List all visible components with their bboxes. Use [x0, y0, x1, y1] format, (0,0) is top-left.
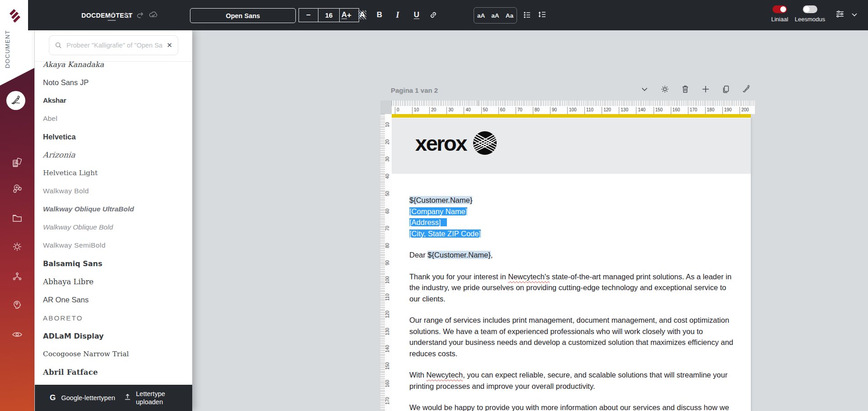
collapse-chevron-icon[interactable] — [640, 83, 650, 96]
font-list-item[interactable]: Walkway Oblique UltraBold — [35, 200, 192, 218]
h-ruler-number: 20 — [429, 107, 436, 114]
capitalize-button[interactable]: aA — [491, 12, 499, 19]
bullet-list-icon[interactable] — [520, 6, 535, 24]
v-ruler-number: 140 — [385, 344, 390, 354]
uppercase-button[interactable]: aA — [477, 12, 485, 19]
upload-font-link[interactable]: Lettertype uploaden — [136, 390, 166, 406]
xerox-sphere-icon — [472, 130, 498, 156]
highlight-color-button[interactable]: A — [354, 6, 370, 24]
font-list-item[interactable]: Helvetica Light — [35, 164, 192, 182]
edit-title-icon[interactable] — [104, 6, 119, 24]
font-list-item[interactable]: Noto Sans JP — [35, 73, 192, 91]
font-list-item[interactable]: Akshar — [35, 91, 192, 110]
sidebar-item-colors[interactable] — [11, 157, 23, 168]
v-ruler-number: 10 — [385, 120, 390, 129]
h-ruler-number: 110 — [584, 107, 593, 114]
page-design-icon[interactable] — [741, 83, 751, 96]
add-page-plus-icon[interactable] — [701, 83, 711, 96]
font-search-box: ✕ — [49, 35, 178, 55]
letter-text: Thank you for your interest in — [409, 272, 508, 281]
page-settings-gear-icon[interactable] — [660, 83, 670, 96]
search-icon — [55, 42, 62, 49]
ruler-toggle-switch[interactable] — [773, 5, 787, 13]
xerox-logo: xerox — [415, 130, 498, 156]
letter-paragraph[interactable]: Our range of services includes print man… — [409, 315, 736, 359]
google-fonts-icon: G — [50, 393, 56, 402]
sidebar-item-design[interactable] — [6, 91, 25, 110]
link-icon[interactable] — [426, 6, 441, 24]
sidebar-item-smart-content[interactable] — [11, 298, 23, 310]
underline-button[interactable]: U — [408, 6, 425, 24]
v-ruler-number: 150 — [385, 362, 390, 371]
font-list-item[interactable]: Walkway SemiBold — [35, 236, 192, 254]
bold-button[interactable]: B — [371, 6, 388, 24]
h-ruler-number: 80 — [533, 107, 540, 114]
font-list-item[interactable]: Helvetica — [35, 128, 192, 146]
h-ruler-number: 180 — [705, 107, 715, 114]
sidebar-item-folder[interactable] — [11, 212, 23, 224]
h-ruler-number: 200 — [740, 107, 749, 114]
app-logo[interactable] — [0, 0, 28, 30]
sidebar-item-preview[interactable] — [11, 329, 23, 340]
top-toolbar: DOCDEMOTEST Open Sans − 16 + — [28, 0, 868, 30]
horizontal-ruler[interactable]: 0102030405060708090100110120130140150160… — [392, 100, 755, 114]
font-list-item[interactable]: Cocogoose Narrow Trial — [35, 345, 192, 363]
misspelled-word: Newcytech — [427, 371, 463, 379]
v-ruler-number: 170 — [385, 396, 390, 405]
view-settings-sliders-icon[interactable] — [832, 5, 848, 23]
sidebar-item-integrations[interactable] — [11, 270, 23, 282]
italic-button[interactable]: I — [389, 6, 406, 24]
toolbar-chevron-down-icon[interactable] — [847, 6, 862, 23]
readmode-toggle-switch[interactable] — [803, 5, 817, 13]
letter-paragraph[interactable]: Thank you for your interest in Newcytech… — [409, 271, 736, 305]
eye-icon — [11, 329, 23, 340]
v-ruler-number: 160 — [385, 379, 390, 388]
font-list-item[interactable]: Arizonia — [34, 146, 193, 164]
google-fonts-link[interactable]: Google-lettertypen — [61, 394, 115, 401]
idea-head-icon — [11, 298, 23, 310]
top-margin-indicator[interactable] — [392, 114, 751, 118]
ruler-toggle-label: Liniaal — [771, 16, 788, 23]
delete-page-trash-icon[interactable] — [680, 83, 690, 96]
vertical-ruler[interactable]: 1020304050607080901001101201301401501601… — [380, 114, 392, 411]
brand-logo-icon — [5, 6, 23, 24]
template-variable: ${Customer.Name} — [409, 196, 472, 204]
font-family-selector[interactable]: Open Sans — [190, 8, 296, 23]
font-list-item[interactable]: Walkway Oblique Bold — [35, 218, 192, 236]
sidebar-item-molecule[interactable] — [11, 183, 23, 195]
sidebar-item-settings[interactable] — [11, 241, 23, 253]
letter-paragraph[interactable]: ${Customer.Name}[Company Name][Address] … — [409, 195, 736, 239]
app-root: DOCDEMOTEST Open Sans − 16 + — [0, 0, 868, 411]
letter-text: With — [409, 371, 427, 379]
font-list-item[interactable]: ADLaM Display — [35, 327, 192, 345]
letter-text: , — [491, 251, 493, 259]
v-ruler-number: 50 — [385, 189, 390, 198]
line-spacing-icon[interactable] — [535, 6, 550, 24]
letter-paragraph[interactable]: With Newcytech, you can expect reliable,… — [409, 369, 736, 392]
ruler-toggle[interactable]: Liniaal — [771, 5, 788, 23]
font-list-item[interactable]: Akaya Kanadaka — [35, 55, 192, 73]
h-ruler-number: 50 — [481, 107, 488, 114]
font-list-item[interactable]: Abril Fatface — [35, 363, 192, 381]
font-size-decrease-button[interactable]: − — [299, 8, 318, 22]
letter-paragraph[interactable]: Dear ${Customer.Name}, — [409, 249, 736, 261]
duplicate-page-icon[interactable] — [721, 83, 731, 96]
text-color-button[interactable]: A — [336, 6, 352, 24]
lowercase-button[interactable]: Aa — [506, 12, 513, 19]
folder-icon — [11, 212, 23, 224]
document-page[interactable]: xerox — [392, 118, 751, 411]
font-list-item[interactable]: Walkway Bold — [35, 182, 192, 200]
h-ruler-number: 60 — [498, 107, 505, 114]
font-panel-footer: G Google-lettertypen Lettertype uploaden — [35, 385, 192, 411]
v-ruler-number: 30 — [385, 155, 390, 164]
font-list-item[interactable]: AR One Sans — [35, 291, 192, 309]
font-list-item[interactable]: Balsamiq Sans — [35, 254, 192, 272]
readmode-toggle[interactable]: Leesmodus — [795, 5, 825, 23]
font-search-input[interactable] — [66, 41, 164, 49]
font-list-item[interactable]: Abel — [35, 110, 192, 128]
search-clear-icon[interactable]: ✕ — [164, 41, 172, 49]
letter-body[interactable]: ${Customer.Name}[Company Name][Address] … — [409, 195, 736, 411]
font-list-item[interactable]: Abhaya Libre — [35, 272, 192, 291]
letter-paragraph[interactable]: We would be happy to provide you with mo… — [409, 402, 736, 411]
font-list-item[interactable]: ABORETO — [35, 309, 192, 327]
